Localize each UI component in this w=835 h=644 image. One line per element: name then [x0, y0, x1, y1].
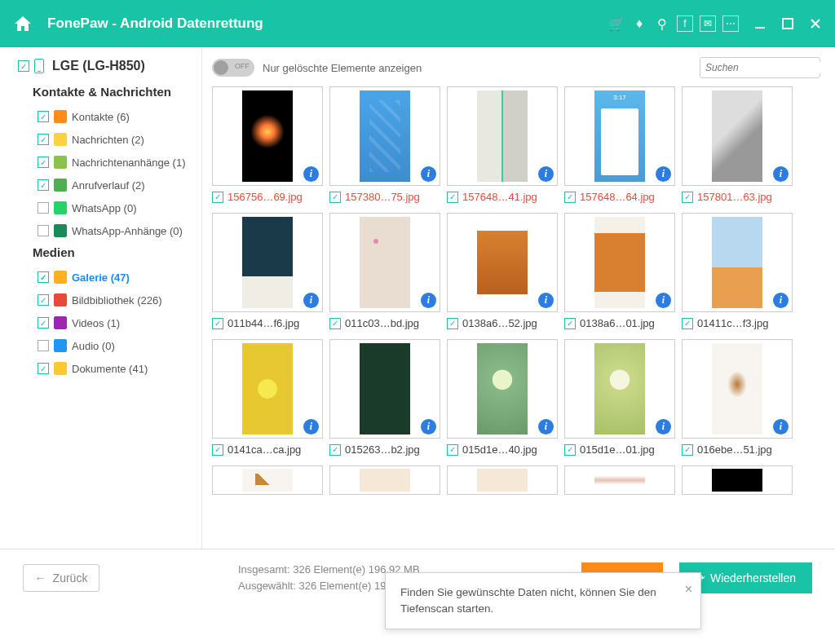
deleted-only-toggle[interactable]: OFF: [212, 59, 254, 77]
diamond-icon[interactable]: ♦: [631, 15, 647, 32]
thumbnail-cell[interactable]: i✓015d1e…01.jpg: [564, 339, 675, 456]
thumbnail-cell[interactable]: [447, 465, 558, 495]
thumbnail-checkbox[interactable]: ✓: [564, 318, 576, 329]
info-icon[interactable]: i: [773, 166, 789, 182]
device-row[interactable]: ✓ LGE (LG-H850): [18, 59, 193, 73]
facebook-icon[interactable]: f: [677, 15, 693, 32]
thumbnail-frame[interactable]: i: [329, 86, 440, 186]
thumbnail-cell[interactable]: i✓011b44…f6.jpg: [212, 213, 323, 329]
info-icon[interactable]: i: [656, 166, 671, 182]
thumbnail-cell[interactable]: i✓157380…75.jpg: [329, 86, 440, 203]
thumbnail-cell[interactable]: [564, 465, 675, 495]
device-checkbox[interactable]: ✓: [18, 60, 29, 72]
back-button[interactable]: ← Zurück: [23, 564, 99, 592]
thumbnail-checkbox[interactable]: ✓: [329, 192, 341, 203]
category-checkbox[interactable]: ✓: [38, 111, 49, 122]
category-checkbox[interactable]: ✓: [38, 317, 49, 329]
thumbnail-frame[interactable]: i: [564, 213, 675, 312]
thumbnail-cell[interactable]: i✓0141ca…ca.jpg: [212, 339, 323, 456]
info-icon[interactable]: i: [421, 166, 436, 182]
thumbnail-checkbox[interactable]: ✓: [329, 444, 341, 456]
thumbnail-cell[interactable]: i✓0138a6…52.jpg: [447, 213, 558, 329]
thumbnail-frame[interactable]: [329, 465, 440, 495]
key-icon[interactable]: ⚲: [654, 15, 670, 32]
info-icon[interactable]: i: [538, 166, 554, 182]
close-button[interactable]: [809, 17, 822, 30]
thumbnail-frame[interactable]: i: [212, 86, 323, 186]
more-icon[interactable]: ⋯: [722, 15, 739, 32]
category-checkbox[interactable]: ✓: [38, 202, 49, 214]
thumbnail-checkbox[interactable]: ✓: [682, 444, 693, 456]
cart-icon[interactable]: 🛒: [608, 15, 625, 32]
info-icon[interactable]: i: [538, 419, 554, 434]
category-checkbox[interactable]: ✓: [38, 271, 49, 283]
category-checkbox[interactable]: ✓: [38, 294, 49, 306]
info-icon[interactable]: i: [303, 419, 319, 434]
thumbnail-frame[interactable]: i: [682, 213, 793, 312]
thumbnail-cell[interactable]: i✓156756…69.jpg: [212, 86, 323, 203]
category-checkbox[interactable]: ✓: [38, 134, 49, 145]
thumbnail-checkbox[interactable]: ✓: [682, 318, 693, 329]
sidebar-item[interactable]: ✓Anrufverlauf (2): [38, 174, 193, 196]
thumbnail-frame[interactable]: i: [447, 213, 558, 312]
thumbnail-cell[interactable]: [212, 465, 323, 495]
tooltip-close-icon[interactable]: ×: [685, 580, 692, 599]
thumbnail-frame[interactable]: i: [682, 339, 793, 439]
thumbnail-frame[interactable]: i: [212, 213, 323, 312]
thumbnail-checkbox[interactable]: ✓: [564, 192, 576, 203]
thumbnail-frame[interactable]: [212, 465, 323, 495]
category-checkbox[interactable]: ✓: [38, 340, 49, 351]
search-input[interactable]: [705, 62, 828, 73]
thumbnail-cell[interactable]: [329, 465, 440, 495]
thumbnail-checkbox[interactable]: ✓: [447, 192, 458, 203]
info-icon[interactable]: i: [538, 293, 554, 308]
sidebar-item[interactable]: ✓Videos (1): [38, 311, 193, 334]
thumbnail-frame[interactable]: i: [329, 213, 440, 312]
info-icon[interactable]: i: [303, 166, 319, 182]
thumbnail-cell[interactable]: i✓011c03…bd.jpg: [329, 213, 440, 329]
maximize-button[interactable]: [781, 17, 794, 30]
sidebar-item[interactable]: ✓Dokumente (41): [38, 357, 193, 380]
thumbnail-checkbox[interactable]: ✓: [329, 318, 341, 329]
thumbnail-frame[interactable]: i: [329, 339, 440, 439]
thumbnail-cell[interactable]: i✓157801…63.jpg: [682, 86, 793, 203]
info-icon[interactable]: i: [303, 293, 319, 308]
category-checkbox[interactable]: ✓: [38, 363, 49, 374]
sidebar-item[interactable]: ✓Nachrichtenanhänge (1): [38, 151, 193, 174]
thumbnail-frame[interactable]: i: [212, 339, 323, 439]
sidebar-item[interactable]: ✓Audio (0): [38, 334, 193, 357]
thumbnail-frame[interactable]: i: [564, 339, 675, 439]
sidebar-item[interactable]: ✓WhatsApp-Anhänge (0): [38, 219, 193, 242]
info-icon[interactable]: i: [773, 419, 789, 434]
thumbnail-checkbox[interactable]: ✓: [447, 444, 458, 456]
thumbnail-cell[interactable]: i✓015d1e…40.jpg: [447, 339, 558, 456]
thumbnail-cell[interactable]: i✓015263…b2.jpg: [329, 339, 440, 456]
minimize-button[interactable]: [753, 17, 767, 30]
thumbnail-checkbox[interactable]: ✓: [212, 318, 223, 329]
home-icon[interactable]: [13, 14, 47, 33]
info-icon[interactable]: i: [656, 419, 671, 434]
info-icon[interactable]: i: [656, 293, 671, 308]
thumbnail-frame[interactable]: i: [682, 86, 793, 186]
thumbnail-frame[interactable]: i: [447, 86, 558, 186]
thumbnail-cell[interactable]: [682, 465, 793, 495]
info-icon[interactable]: i: [773, 293, 789, 308]
thumbnail-frame[interactable]: i: [447, 339, 558, 439]
sidebar-item[interactable]: ✓Kontakte (6): [38, 105, 193, 128]
thumbnail-checkbox[interactable]: ✓: [447, 318, 458, 329]
sidebar-item[interactable]: ✓WhatsApp (0): [38, 196, 193, 219]
thumbnail-cell[interactable]: i✓0138a6…01.jpg: [564, 213, 675, 329]
thumbnail-frame[interactable]: [564, 465, 675, 495]
info-icon[interactable]: i: [421, 419, 436, 434]
thumbnail-cell[interactable]: i✓01411c…f3.jpg: [682, 213, 793, 329]
category-checkbox[interactable]: ✓: [38, 225, 49, 236]
thumbnail-frame[interactable]: i: [564, 86, 675, 186]
info-icon[interactable]: i: [421, 293, 436, 308]
category-checkbox[interactable]: ✓: [38, 157, 49, 168]
feedback-icon[interactable]: ✉: [700, 15, 716, 32]
category-checkbox[interactable]: ✓: [38, 179, 49, 191]
sidebar-item[interactable]: ✓Galerie (47): [38, 266, 193, 289]
thumbnail-frame[interactable]: [682, 465, 793, 495]
sidebar-item[interactable]: ✓Nachrichten (2): [38, 128, 193, 151]
search-box[interactable]: [700, 57, 820, 78]
